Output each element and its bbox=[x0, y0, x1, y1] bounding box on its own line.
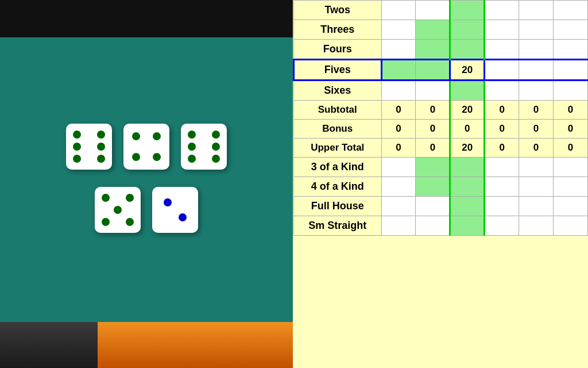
score-cell[interactable] bbox=[485, 177, 519, 197]
score-cell[interactable] bbox=[519, 80, 554, 101]
score-cell[interactable]: 0 bbox=[485, 139, 519, 158]
score-cell[interactable] bbox=[416, 216, 450, 236]
score-cell[interactable] bbox=[381, 1, 416, 20]
menu-button[interactable] bbox=[195, 322, 293, 368]
score-cell[interactable]: 0 bbox=[519, 101, 554, 120]
table-row: Full House bbox=[294, 197, 588, 216]
table-row: Subtotal0020000 bbox=[294, 101, 588, 120]
game-status bbox=[0, 37, 293, 46]
score-cell[interactable] bbox=[485, 40, 519, 60]
score-cell[interactable] bbox=[485, 158, 519, 177]
score-cell[interactable]: 20 bbox=[450, 139, 485, 158]
score-label: Twos bbox=[294, 1, 382, 20]
table-row: 4 of a Kind bbox=[294, 177, 588, 197]
score-cell[interactable] bbox=[416, 40, 450, 60]
score-cell[interactable] bbox=[519, 60, 554, 80]
score-label: 3 of a Kind bbox=[294, 158, 382, 177]
die-3[interactable] bbox=[181, 124, 227, 170]
undo-button[interactable] bbox=[98, 322, 195, 368]
score-cell[interactable] bbox=[381, 20, 416, 40]
score-cell[interactable] bbox=[485, 216, 519, 236]
score-cell[interactable] bbox=[519, 177, 554, 197]
score-cell[interactable] bbox=[485, 197, 519, 216]
score-cell[interactable]: 0 bbox=[416, 120, 450, 139]
score-cell[interactable] bbox=[450, 40, 485, 60]
score-cell[interactable]: 20 bbox=[450, 101, 485, 120]
score-cell[interactable]: 0 bbox=[485, 101, 519, 120]
score-cell[interactable] bbox=[381, 197, 416, 216]
score-cell[interactable]: 0 bbox=[485, 120, 519, 139]
score-cell[interactable]: 0 bbox=[519, 120, 554, 139]
score-cell[interactable]: 0 bbox=[381, 120, 416, 139]
score-label: Fives bbox=[294, 60, 382, 80]
score-cell[interactable] bbox=[381, 60, 416, 80]
score-label: Bonus bbox=[294, 120, 382, 139]
score-cell[interactable] bbox=[381, 177, 416, 197]
score-cell[interactable]: 0 bbox=[554, 120, 588, 139]
score-cell[interactable] bbox=[450, 177, 485, 197]
score-cell[interactable] bbox=[416, 158, 450, 177]
score-cell[interactable] bbox=[381, 80, 416, 101]
score-cell[interactable]: 0 bbox=[519, 139, 554, 158]
score-cell[interactable] bbox=[554, 60, 588, 80]
throw-button[interactable] bbox=[0, 322, 98, 368]
table-row: Sixes bbox=[294, 80, 588, 101]
score-cell[interactable] bbox=[519, 216, 554, 236]
score-cell[interactable] bbox=[554, 216, 588, 236]
score-cell[interactable] bbox=[554, 158, 588, 177]
score-cell[interactable] bbox=[554, 177, 588, 197]
score-cell[interactable]: 20 bbox=[450, 60, 485, 80]
score-cell[interactable] bbox=[519, 20, 554, 40]
table-row: Fours bbox=[294, 40, 588, 60]
score-cell[interactable] bbox=[416, 177, 450, 197]
score-cell[interactable] bbox=[554, 40, 588, 60]
score-cell[interactable] bbox=[554, 1, 588, 20]
score-cell[interactable] bbox=[519, 40, 554, 60]
score-cell[interactable] bbox=[554, 197, 588, 216]
score-cell[interactable] bbox=[450, 1, 485, 20]
score-cell[interactable] bbox=[485, 20, 519, 40]
table-row: Threes bbox=[294, 20, 588, 40]
score-cell[interactable] bbox=[450, 20, 485, 40]
score-cell[interactable]: 0 bbox=[381, 101, 416, 120]
score-cell[interactable]: 0 bbox=[416, 139, 450, 158]
die-4[interactable] bbox=[95, 187, 141, 233]
score-cell[interactable] bbox=[416, 20, 450, 40]
score-table: TwosThreesFoursFives20SixesSubtotal00200… bbox=[293, 0, 588, 236]
score-label: Threes bbox=[294, 20, 382, 40]
table-row: Sm Straight bbox=[294, 216, 588, 236]
score-cell[interactable] bbox=[450, 216, 485, 236]
score-cell[interactable] bbox=[381, 40, 416, 60]
score-cell[interactable] bbox=[554, 80, 588, 101]
score-cell[interactable]: 0 bbox=[450, 120, 485, 139]
die-1[interactable] bbox=[66, 124, 112, 170]
bottom-buttons bbox=[0, 322, 293, 368]
score-cell[interactable] bbox=[519, 197, 554, 216]
score-cell[interactable] bbox=[485, 1, 519, 20]
score-cell[interactable] bbox=[450, 158, 485, 177]
score-label: Fours bbox=[294, 40, 382, 60]
score-cell[interactable] bbox=[416, 1, 450, 20]
score-cell[interactable] bbox=[381, 216, 416, 236]
score-cell[interactable] bbox=[554, 20, 588, 40]
score-cell[interactable] bbox=[450, 80, 485, 101]
die-2[interactable] bbox=[123, 124, 169, 170]
table-row: Bonus000000 bbox=[294, 120, 588, 139]
score-cell[interactable] bbox=[381, 158, 416, 177]
score-cell[interactable] bbox=[519, 158, 554, 177]
score-cell[interactable] bbox=[485, 80, 519, 101]
score-cell[interactable] bbox=[519, 1, 554, 20]
score-cell[interactable]: 0 bbox=[381, 139, 416, 158]
dice-area bbox=[0, 46, 293, 322]
score-cell[interactable]: 0 bbox=[416, 101, 450, 120]
score-cell[interactable]: 0 bbox=[554, 139, 588, 158]
score-cell[interactable] bbox=[485, 60, 519, 80]
score-cell[interactable]: 0 bbox=[554, 101, 588, 120]
score-cell[interactable] bbox=[416, 197, 450, 216]
score-cell[interactable] bbox=[416, 60, 450, 80]
die-5[interactable] bbox=[152, 187, 198, 233]
table-row: Fives20 bbox=[294, 60, 588, 80]
score-cell[interactable] bbox=[416, 80, 450, 101]
score-cell[interactable] bbox=[450, 197, 485, 216]
top-dice-row bbox=[66, 124, 227, 170]
